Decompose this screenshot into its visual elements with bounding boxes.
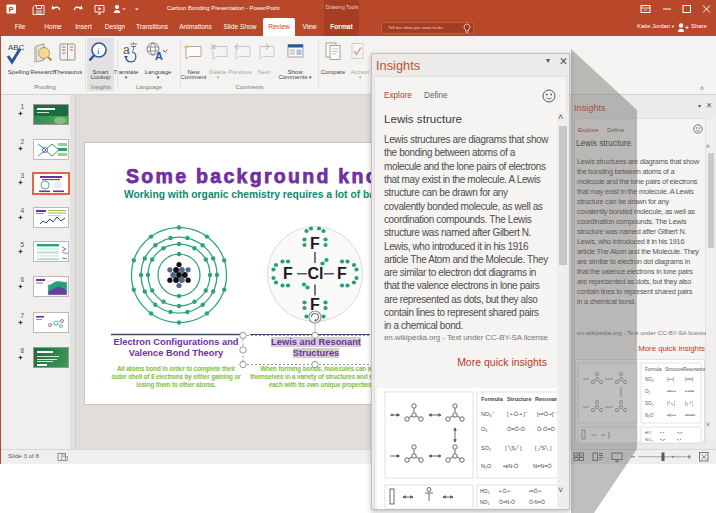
svg-text:•-•=•: •-•=•	[685, 389, 694, 394]
svg-text:•≡N-Ö: •≡N-Ö	[503, 463, 519, 469]
svg-text:Cl: Cl	[308, 265, 324, 282]
svg-text:N=N=Ö: N=N=Ö	[533, 463, 552, 469]
svg-text:•-Ö-•: •-Ö-•	[499, 488, 510, 494]
svg-text:NO₃: NO₃	[645, 377, 654, 382]
svg-text:•=Ö-•: •=Ö-•	[529, 488, 541, 494]
svg-text:F: F	[283, 265, 293, 282]
svg-text:HO: HO	[645, 430, 651, 435]
svg-text:[╮╯]: [╮╯]	[685, 400, 693, 407]
svg-text:ABC: ABC	[8, 43, 25, 52]
svg-text:N₂O: N₂O	[481, 463, 492, 469]
svg-text:•-•: •-•	[660, 430, 665, 435]
svg-text:O₃: O₃	[481, 426, 488, 432]
svg-text:Formula: Formula	[481, 396, 504, 402]
svg-text:F: F	[337, 265, 347, 282]
svg-text:•≡•-•: •≡•-•	[667, 413, 676, 418]
svg-text:NO₂: NO₂	[645, 437, 653, 442]
svg-text:Structure: Structure	[507, 396, 531, 402]
svg-text:Resonance: Resonance	[683, 367, 705, 372]
svg-text:•=•=•: •=•=•	[685, 413, 695, 418]
svg-text:[•-•]: [•-•]	[667, 377, 674, 382]
svg-text:[ •-Ö-• ]⁻: [ •-Ö-• ]⁻	[507, 411, 528, 417]
svg-text:Structure: Structure	[665, 367, 684, 372]
svg-text:Ö-Ö=Ö: Ö-Ö=Ö	[537, 426, 556, 432]
svg-text:•-•: •-•	[677, 437, 682, 442]
svg-text:[ ╱S╲ ]: [ ╱S╲ ]	[535, 444, 552, 452]
svg-text:NO₂: NO₂	[480, 499, 490, 505]
svg-text:NO₃⁻: NO₃⁻	[481, 411, 494, 417]
svg-text:•=•-•: •=•-•	[667, 389, 676, 394]
svg-text:Ö=Ö-Ö: Ö=Ö-Ö	[507, 426, 526, 432]
svg-text:F: F	[310, 235, 320, 252]
svg-text:Formula: Formula	[645, 367, 662, 372]
svg-text:HO₂: HO₂	[480, 488, 490, 494]
svg-text:•=•: •=•	[677, 430, 683, 435]
svg-text:[•=Ö-•]⁻: [•=Ö-•]⁻	[537, 411, 556, 417]
svg-text:F: F	[310, 296, 320, 313]
svg-text:P: P	[9, 5, 15, 14]
svg-text:[╯╮]: [╯╮]	[667, 400, 675, 407]
svg-text:Ö=N-Ö: Ö=N-Ö	[499, 499, 515, 505]
svg-text:•=•: •=•	[660, 437, 666, 442]
svg-text:a: a	[123, 43, 130, 57]
svg-text:[ ╲S╱ ]: [ ╲S╱ ]	[505, 444, 522, 452]
svg-text:[•=•]: [•=•]	[685, 377, 693, 382]
svg-text:N₂O: N₂O	[645, 413, 654, 418]
svg-text:SO₂: SO₂	[481, 445, 491, 451]
svg-text:O₂: O₂	[645, 389, 651, 394]
svg-text:Ö-N=Ö: Ö-N=Ö	[529, 499, 545, 505]
svg-text:SO₂: SO₂	[645, 401, 654, 406]
svg-text:A: A	[155, 50, 163, 62]
